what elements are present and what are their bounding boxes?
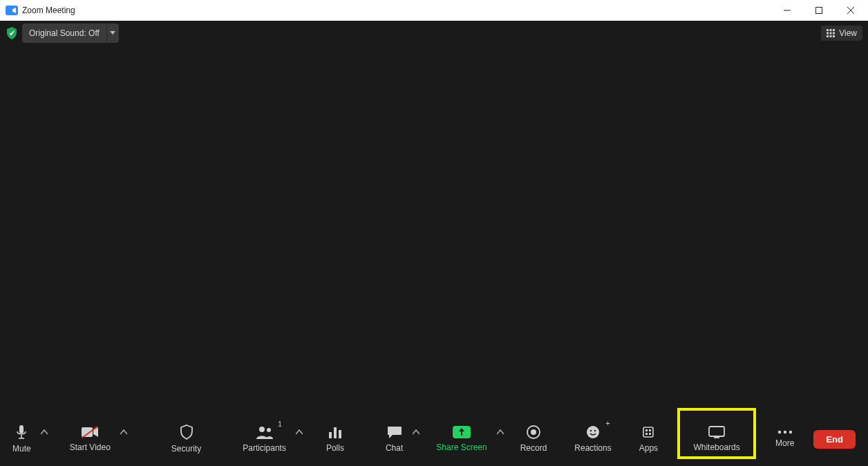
polls-icon	[328, 425, 342, 439]
bottom-toolbar: Mute Start Video Security	[0, 412, 868, 466]
video-off-icon	[81, 426, 99, 438]
svg-point-36	[784, 431, 786, 434]
participants-label: Participants	[243, 443, 286, 453]
meeting-top-bar: Original Sound: Off View	[0, 21, 868, 46]
view-button[interactable]: View	[821, 26, 862, 41]
title-bar: Zoom Meeting	[0, 0, 868, 21]
reactions-button[interactable]: + Reactions	[567, 416, 618, 462]
chevron-up-icon	[296, 429, 303, 436]
svg-rect-30	[649, 429, 651, 431]
chevron-up-icon	[413, 429, 419, 436]
maximize-icon	[815, 7, 822, 14]
share-options-chevron[interactable]	[494, 416, 507, 462]
end-label: End	[826, 434, 843, 445]
close-button[interactable]	[835, 0, 867, 21]
polls-button[interactable]: Polls	[319, 416, 351, 462]
chat-icon	[387, 425, 402, 439]
record-button[interactable]: Record	[513, 416, 554, 462]
minimize-button[interactable]	[771, 0, 803, 21]
svg-rect-33	[709, 427, 724, 436]
svg-rect-5	[830, 29, 832, 31]
close-icon	[847, 7, 854, 14]
polls-label: Polls	[326, 443, 344, 453]
whiteboards-label: Whiteboards	[693, 442, 739, 452]
share-screen-icon	[453, 426, 471, 438]
svg-rect-6	[833, 29, 835, 31]
window-title: Zoom Meeting	[22, 6, 75, 15]
more-button[interactable]: More	[768, 416, 801, 462]
whiteboard-icon	[708, 426, 725, 438]
svg-rect-29	[645, 429, 648, 431]
svg-rect-28	[643, 427, 653, 437]
window-controls	[771, 0, 867, 21]
maximize-button[interactable]	[803, 0, 835, 21]
svg-rect-7	[827, 32, 829, 35]
whiteboards-button[interactable]: Whiteboards	[684, 416, 749, 462]
original-sound-chevron[interactable]	[106, 24, 119, 43]
svg-rect-20	[329, 432, 332, 438]
reactions-label: Reactions	[574, 443, 611, 453]
security-button[interactable]: Security	[164, 416, 208, 462]
svg-rect-31	[645, 433, 648, 435]
encryption-shield-icon[interactable]	[6, 27, 18, 39]
svg-rect-21	[334, 427, 337, 438]
share-screen-label: Share Screen	[436, 442, 487, 452]
svg-point-37	[789, 431, 792, 434]
svg-point-35	[778, 431, 781, 434]
top-bar-left: Original Sound: Off	[6, 24, 119, 43]
participants-group: 1 Participants	[236, 412, 305, 466]
reactions-icon	[586, 425, 600, 439]
participants-icon	[256, 425, 274, 439]
record-label: Record	[520, 443, 547, 453]
shield-icon	[180, 425, 194, 440]
security-label: Security	[171, 444, 201, 454]
video-area	[0, 46, 868, 412]
original-sound-label: Original Sound: Off	[22, 28, 106, 38]
mute-label: Mute	[12, 444, 31, 454]
apps-label: Apps	[639, 443, 658, 453]
zoom-app-icon	[6, 6, 18, 15]
mute-button[interactable]: Mute	[6, 416, 38, 462]
microphone-icon	[15, 425, 28, 440]
record-icon	[527, 425, 540, 439]
more-label: More	[775, 438, 794, 448]
chevron-up-icon	[41, 429, 48, 436]
grid-icon	[827, 29, 835, 37]
minimize-icon	[784, 7, 791, 14]
start-video-label: Start Video	[70, 442, 111, 452]
svg-point-25	[587, 426, 599, 438]
mute-options-chevron[interactable]	[38, 416, 50, 462]
chat-group: Chat	[379, 412, 422, 466]
svg-rect-32	[649, 433, 651, 435]
participants-count: 1	[278, 420, 282, 428]
chat-options-chevron[interactable]	[410, 416, 422, 462]
participants-button[interactable]: 1 Participants	[236, 416, 293, 462]
chat-button[interactable]: Chat	[379, 416, 410, 462]
svg-rect-12	[833, 35, 835, 37]
original-sound-toggle[interactable]: Original Sound: Off	[22, 24, 119, 43]
apps-icon	[641, 425, 655, 439]
video-options-chevron[interactable]	[117, 416, 130, 462]
apps-button[interactable]: Apps	[632, 416, 665, 462]
svg-point-18	[259, 427, 265, 432]
chevron-up-icon	[497, 429, 504, 436]
svg-rect-1	[816, 8, 822, 14]
video-group: Start Video	[63, 412, 130, 466]
plus-icon: +	[605, 419, 610, 427]
view-label: View	[839, 28, 857, 38]
mute-group: Mute	[6, 412, 50, 466]
svg-point-27	[594, 430, 596, 431]
title-left-group: Zoom Meeting	[6, 6, 75, 15]
svg-point-24	[531, 429, 536, 435]
end-button[interactable]: End	[813, 430, 856, 449]
svg-rect-22	[339, 430, 341, 438]
svg-point-26	[590, 430, 592, 431]
participants-options-chevron[interactable]	[293, 416, 305, 462]
chevron-down-icon	[110, 31, 115, 35]
share-screen-button[interactable]: Share Screen	[429, 416, 493, 462]
svg-rect-8	[830, 32, 832, 35]
svg-rect-10	[827, 35, 829, 37]
svg-rect-13	[19, 425, 23, 434]
start-video-button[interactable]: Start Video	[63, 416, 117, 462]
more-icon	[777, 430, 793, 434]
